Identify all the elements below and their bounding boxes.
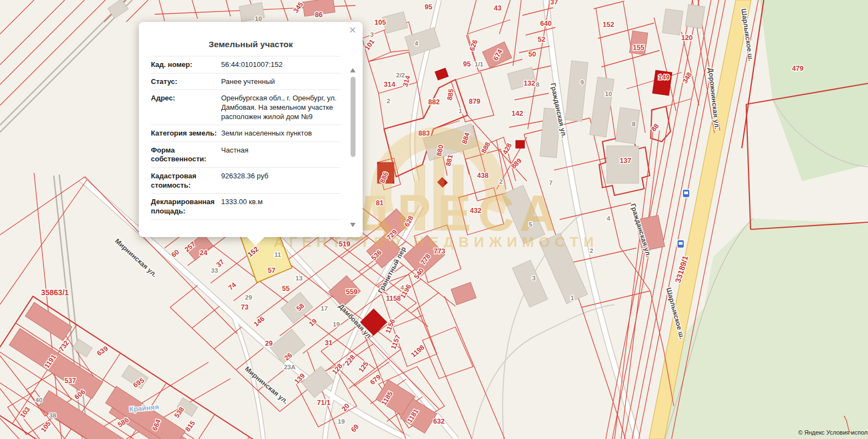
row-label: Кадастровая стоимость:	[151, 172, 219, 190]
parcel-number-label: 314	[384, 81, 396, 88]
row-label: Форма собственности:	[151, 146, 219, 164]
parcel-number-label: 29	[265, 340, 273, 347]
row-value: 56:44:0101007:152	[221, 60, 341, 70]
parcel-number-label: 773	[434, 247, 446, 255]
parcel-number-label: 55	[282, 285, 290, 292]
parcel-number-label: 10	[605, 91, 612, 97]
scroll-up-icon[interactable]	[350, 68, 356, 72]
parcel-number-label: 152	[603, 21, 615, 29]
parcel-number-label: 640	[540, 20, 552, 27]
parcel-number-label: 537	[65, 377, 76, 385]
parcel-number-label: 8	[536, 81, 540, 88]
row-value: Частная	[221, 146, 341, 164]
popup-scrollbar[interactable]	[350, 68, 356, 227]
parcel-number-label: 19	[338, 418, 345, 425]
parcel-number-label: 146	[252, 315, 266, 328]
parcel-number-label: 86	[315, 11, 323, 19]
row-value: Земли населенных пунктов	[221, 129, 341, 138]
parcel-number-label: 17	[321, 305, 328, 312]
row-value: 1333.00 кв.м	[221, 198, 341, 216]
parcel-number-label: 149	[658, 74, 670, 81]
parcel-number-label: 73	[241, 303, 249, 311]
parcel-number-label: 2	[590, 247, 593, 254]
map-icons	[677, 189, 690, 248]
parcel-number-label: 1/1	[475, 61, 484, 67]
parcel-number-label: 9	[580, 79, 584, 86]
parcel-number-label: 2	[387, 98, 390, 104]
parcel-number-label: 57	[268, 267, 275, 274]
parcel-number-label: 479	[792, 65, 804, 72]
parcel-number-label: 137	[620, 157, 632, 165]
parcel-number-label: 37	[550, 0, 558, 6]
scroll-down-icon[interactable]	[350, 223, 356, 227]
parcel-number-label: 438	[477, 172, 489, 179]
parcel-number-label: 19	[333, 321, 340, 328]
parcel-number-label: 8	[632, 121, 636, 127]
parcel-number-label: 5	[529, 221, 533, 228]
popup-row: Адрес:Оренбургская обл., г. Оренбург, ул…	[151, 90, 341, 125]
parcel-number-label: 4	[415, 40, 419, 47]
parcel-number-label: 879	[469, 98, 481, 105]
parcel-number-label: 3	[532, 275, 536, 282]
transit-stop-icon[interactable]	[683, 189, 690, 198]
row-label: Кад. номер:	[151, 60, 219, 70]
parcel-number-label: 13	[296, 275, 303, 282]
popup-rows: Кад. номер:56:44:0101007:152Статус:Ранее…	[151, 56, 341, 220]
parcel-number-label: 132	[524, 80, 536, 87]
row-value: 926328.36 руб	[221, 172, 341, 190]
parcel-number-label: 95	[425, 3, 432, 11]
popup-row: Форма собственности:Частная	[151, 142, 341, 168]
parcel-number-label: 52	[538, 36, 545, 43]
parcel-number-label: 105	[375, 19, 386, 26]
map-attribution: © Яндекс Условия использования	[798, 429, 868, 436]
parcel-number-label: 11	[274, 251, 281, 258]
parcel-number-label: 519	[339, 240, 351, 248]
parcel-number-label: 4	[607, 215, 611, 222]
parcel-number-label: 43	[494, 4, 501, 12]
parcel-number-label: 50	[528, 50, 536, 58]
parcel-number-label: 1158	[386, 295, 401, 302]
parcel-number-label: 29	[245, 294, 252, 301]
scroll-thumb[interactable]	[351, 77, 356, 157]
row-label: Категория земель:	[151, 129, 219, 138]
popup-row: Декларированная площадь:1333.00 кв.м	[151, 194, 341, 219]
popup-anchor-tail	[246, 237, 265, 246]
parcel-number-label: 105	[40, 420, 52, 434]
parcel-number-label: 885	[446, 88, 455, 101]
parcel-number-label: 2/2	[396, 72, 405, 78]
popup-title: Земельный участок	[139, 22, 363, 56]
parcel-number-label: 1	[571, 295, 574, 301]
parcel-number-label: 3	[370, 31, 374, 38]
parcel-info-popup: × Земельный участок Кад. номер:56:44:010…	[139, 22, 363, 237]
parcel-number-label: 639	[95, 345, 109, 357]
parcel-number-label: 33	[211, 267, 218, 274]
map-canvas[interactable]: АДРЕСА АГЕНТСТВО НЕДВИЖИМОСТИ 3458610110…	[0, 0, 868, 439]
parcel-number-label: 35863/1	[41, 288, 69, 297]
parcel-number-label: 432	[470, 207, 482, 215]
row-value: Ранее учтенный	[221, 77, 341, 87]
parcel-number-label: 38	[49, 412, 57, 419]
parcel-number-label: 2	[499, 178, 503, 185]
parcel-number-label: 559	[346, 288, 358, 296]
parcel-number-label: 120	[681, 34, 693, 42]
popup-row: Статус:Ранее учтенный	[151, 74, 341, 91]
parcel-number-label: 40	[36, 397, 43, 403]
parcel-number-label: 882	[429, 98, 440, 106]
parcel-number-label: 74	[227, 281, 238, 292]
parcel-number-label: 24	[200, 249, 207, 257]
transit-stop-icon[interactable]	[677, 240, 684, 248]
parcel-number-label: 10	[255, 15, 262, 22]
row-label: Декларированная площадь:	[151, 198, 219, 216]
parcel-number-label: 142	[512, 110, 523, 117]
parcel-number-label: 95	[463, 60, 471, 68]
close-icon[interactable]: ×	[349, 24, 356, 36]
popup-row: Кадастровая стоимость:926328.36 руб	[151, 168, 341, 194]
row-label: Статус:	[151, 77, 219, 87]
parcel-number-label: 428	[501, 142, 513, 156]
row-label: Адрес:	[151, 94, 219, 121]
parcel-number-label: 155	[633, 44, 645, 52]
parcel-number-label: 71/1	[317, 399, 330, 407]
parcel-number-label: 632	[433, 418, 445, 425]
parcel-number-label: 103	[19, 406, 31, 419]
parcel-number-label: 4	[401, 284, 404, 291]
